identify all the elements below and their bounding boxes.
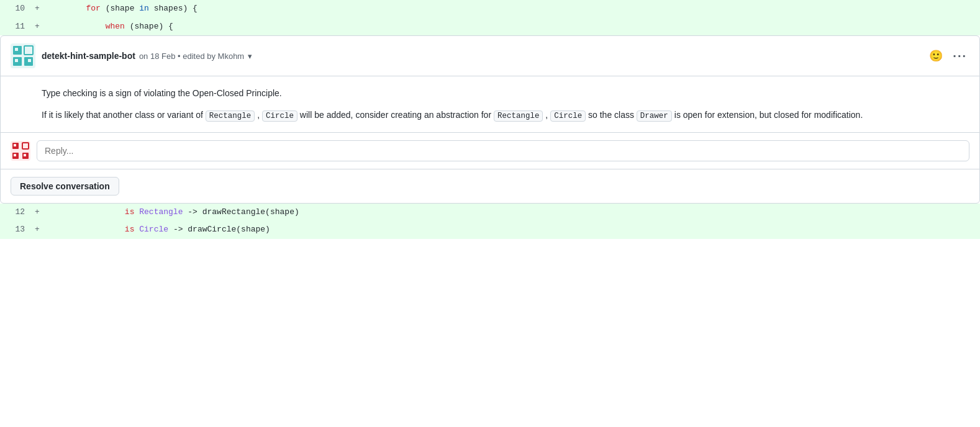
code-circle-inline: Circle [262, 110, 297, 122]
line-plus: + [35, 0, 47, 18]
bot-avatar [11, 43, 35, 68]
code-circle-inline2: Circle [550, 110, 586, 122]
comment-line1: Type checking is a sign of violating the… [42, 86, 969, 100]
line-number: 11 [10, 18, 35, 36]
comment-header: detekt-hint-sample-bot on 18 Feb • edite… [1, 36, 979, 76]
code-line-13: 13 + is Circle -> drawCircle(shape) [0, 221, 980, 239]
comment-body: Type checking is a sign of violating the… [1, 76, 979, 132]
comment-date-meta: on 18 Feb • edited by Mkohm [139, 52, 244, 61]
code-line-12: 12 + is Rectangle -> drawRectangle(shape… [0, 204, 980, 222]
line-number: 13 [10, 221, 35, 239]
reply-section [1, 132, 979, 169]
svg-rect-15 [24, 154, 26, 156]
resolve-section: Resolve conversation [1, 169, 979, 203]
line-plus: + [35, 18, 47, 36]
line-number: 10 [10, 0, 35, 18]
code-rectangle-inline2: Rectangle [494, 110, 543, 122]
emoji-icon: 🙂 [929, 49, 943, 63]
svg-rect-14 [14, 154, 16, 156]
svg-rect-13 [14, 144, 16, 146]
bot-name: detekt-hint-sample-bot [42, 51, 135, 61]
line-plus: + [35, 204, 47, 222]
user-avatar [11, 141, 30, 161]
edited-dropdown[interactable]: ▾ [248, 52, 252, 61]
code-block-bottom: 12 + is Rectangle -> drawRectangle(shape… [0, 204, 980, 239]
code-content: for (shape in shapes) { [47, 0, 197, 18]
code-line-10: 10 + for (shape in shapes) { [0, 0, 980, 18]
comment-meta: detekt-hint-sample-bot on 18 Feb • edite… [42, 51, 920, 61]
svg-rect-5 [15, 48, 18, 51]
comment-actions: 🙂 ··· [927, 47, 969, 66]
resolve-conversation-button[interactable]: Resolve conversation [11, 177, 119, 196]
code-content: when (shape) { [47, 18, 173, 36]
comment-line2: If it is likely that another class or va… [42, 108, 969, 122]
code-content: is Circle -> drawCircle(shape) [47, 221, 270, 239]
emoji-button[interactable]: 🙂 [927, 47, 945, 65]
svg-rect-7 [28, 59, 31, 62]
more-icon: ··· [953, 49, 967, 63]
line-plus: + [35, 221, 47, 239]
code-rectangle-inline: Rectangle [206, 110, 255, 122]
code-content: is Rectangle -> drawRectangle(shape) [47, 204, 299, 222]
code-drawer-inline: Drawer [637, 110, 672, 122]
comment-box: detekt-hint-sample-bot on 18 Feb • edite… [0, 35, 980, 203]
code-line-11: 11 + when (shape) { [0, 18, 980, 36]
reply-input[interactable] [37, 140, 969, 161]
more-options-button[interactable]: ··· [950, 47, 969, 66]
dropdown-arrow: ▾ [248, 52, 252, 61]
code-block-top: 10 + for (shape in shapes) { 11 + when (… [0, 0, 980, 35]
svg-rect-6 [15, 59, 18, 62]
line-number: 12 [10, 204, 35, 222]
